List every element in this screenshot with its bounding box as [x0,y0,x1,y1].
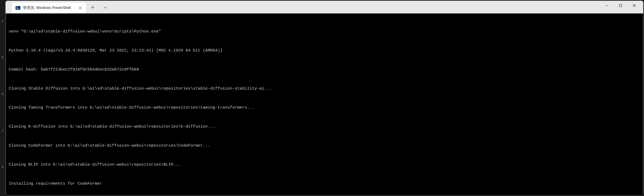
tab-dropdown-button[interactable] [101,3,110,12]
tab-powershell[interactable]: 管理员: Windows PowerShell [12,3,86,13]
tab-area: 管理员: Windows PowerShell [12,1,111,13]
terminal-line: Cloning BLIP into G:\ai\sd\stable-diffus… [9,161,640,168]
terminal-window: 管理员: Windows PowerShell [5,1,643,195]
titlebar: 管理员: Windows PowerShell [6,1,643,13]
gutter-char: A [2,165,4,169]
terminal-line: Cloning Taming Transformers into G:\ai\s… [9,104,640,111]
terminal-line: Cloning Stable Diffusion into G:\ai\sd\s… [9,85,640,92]
maximize-button[interactable] [614,1,627,10]
minimize-button[interactable] [600,1,614,10]
terminal-line: Installing requirements for CodeFormer [9,180,640,187]
tab-close-button[interactable] [78,6,83,10]
editor-gutter: I R A J A [0,0,5,196]
terminal-line: Commit hash: 5ab7f213bec2f816f9c5644becb… [9,66,640,73]
window-controls [600,1,641,13]
terminal-output: venv "G:\ai\sd\stable-diffusion-webui\ve… [9,16,640,195]
terminal-body[interactable]: venv "G:\ai\sd\stable-diffusion-webui\ve… [6,13,643,195]
gutter-char: A [2,92,4,96]
gutter-char: J [2,129,4,133]
terminal-line: Cloning CodeFormer into G:\ai\sd\stable-… [9,142,640,149]
terminal-line: venv "G:\ai\sd\stable-diffusion-webui\ve… [9,28,640,35]
terminal-line: Python 3.10.4 (tags/v3.10.4:9d38120, Mar… [9,47,640,54]
gutter-char: I [2,19,4,23]
tab-title: 管理员: Windows PowerShell [23,6,71,10]
close-button[interactable] [627,1,641,10]
terminal-line: Cloning K-diffusion into G:\ai\sd\stable… [9,123,640,130]
svg-rect-0 [16,6,20,10]
svg-rect-3 [619,4,622,7]
gutter-char: R [2,55,4,59]
new-tab-button[interactable] [88,3,97,12]
powershell-icon [16,6,20,10]
